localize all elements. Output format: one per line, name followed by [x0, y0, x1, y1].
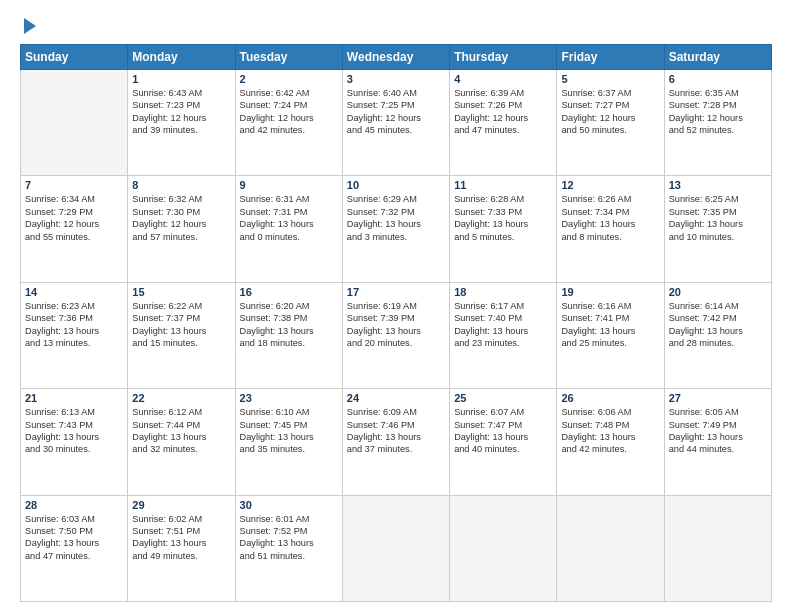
- calendar-cell: 10Sunrise: 6:29 AMSunset: 7:32 PMDayligh…: [342, 176, 449, 282]
- cell-text-line: Daylight: 13 hours: [454, 325, 552, 337]
- cell-text-line: Daylight: 13 hours: [669, 218, 767, 230]
- calendar-cell: 3Sunrise: 6:40 AMSunset: 7:25 PMDaylight…: [342, 70, 449, 176]
- cell-text-line: Sunset: 7:46 PM: [347, 419, 445, 431]
- cell-text-line: Sunrise: 6:06 AM: [561, 406, 659, 418]
- day-number: 13: [669, 179, 767, 191]
- cell-text-line: Daylight: 12 hours: [347, 112, 445, 124]
- calendar-cell: 5Sunrise: 6:37 AMSunset: 7:27 PMDaylight…: [557, 70, 664, 176]
- cell-text-line: and 18 minutes.: [240, 337, 338, 349]
- calendar-cell: [450, 495, 557, 601]
- cell-text-line: and 13 minutes.: [25, 337, 123, 349]
- weekday-header: Thursday: [450, 45, 557, 70]
- day-number: 18: [454, 286, 552, 298]
- weekday-header: Monday: [128, 45, 235, 70]
- cell-text-line: Sunset: 7:40 PM: [454, 312, 552, 324]
- cell-text-line: Sunset: 7:44 PM: [132, 419, 230, 431]
- day-number: 4: [454, 73, 552, 85]
- cell-text-line: Daylight: 13 hours: [132, 431, 230, 443]
- day-number: 14: [25, 286, 123, 298]
- calendar-cell: 28Sunrise: 6:03 AMSunset: 7:50 PMDayligh…: [21, 495, 128, 601]
- cell-text-line: Sunrise: 6:35 AM: [669, 87, 767, 99]
- cell-text-line: and 52 minutes.: [669, 124, 767, 136]
- cell-text-line: and 5 minutes.: [454, 231, 552, 243]
- calendar-cell: 20Sunrise: 6:14 AMSunset: 7:42 PMDayligh…: [664, 282, 771, 388]
- cell-text-line: Daylight: 13 hours: [669, 431, 767, 443]
- cell-text-line: Sunrise: 6:26 AM: [561, 193, 659, 205]
- cell-text-line: and 23 minutes.: [454, 337, 552, 349]
- day-number: 21: [25, 392, 123, 404]
- cell-text-line: Sunrise: 6:16 AM: [561, 300, 659, 312]
- cell-text-line: Sunrise: 6:10 AM: [240, 406, 338, 418]
- cell-text-line: and 47 minutes.: [454, 124, 552, 136]
- cell-text-line: Sunset: 7:28 PM: [669, 99, 767, 111]
- cell-text-line: and 28 minutes.: [669, 337, 767, 349]
- day-number: 5: [561, 73, 659, 85]
- cell-text-line: Daylight: 13 hours: [454, 431, 552, 443]
- day-number: 28: [25, 499, 123, 511]
- cell-text-line: and 57 minutes.: [132, 231, 230, 243]
- calendar-cell: 12Sunrise: 6:26 AMSunset: 7:34 PMDayligh…: [557, 176, 664, 282]
- cell-text-line: Sunrise: 6:12 AM: [132, 406, 230, 418]
- day-number: 20: [669, 286, 767, 298]
- cell-text-line: and 32 minutes.: [132, 443, 230, 455]
- day-number: 12: [561, 179, 659, 191]
- cell-text-line: Daylight: 13 hours: [240, 325, 338, 337]
- header: [20, 18, 772, 34]
- cell-text-line: Daylight: 12 hours: [132, 218, 230, 230]
- cell-text-line: and 42 minutes.: [240, 124, 338, 136]
- cell-text-line: Sunrise: 6:22 AM: [132, 300, 230, 312]
- day-number: 10: [347, 179, 445, 191]
- cell-text-line: and 8 minutes.: [561, 231, 659, 243]
- cell-text-line: and 55 minutes.: [25, 231, 123, 243]
- cell-text-line: Sunrise: 6:42 AM: [240, 87, 338, 99]
- cell-text-line: and 25 minutes.: [561, 337, 659, 349]
- weekday-header: Wednesday: [342, 45, 449, 70]
- cell-text-line: Sunset: 7:35 PM: [669, 206, 767, 218]
- cell-text-line: Daylight: 13 hours: [25, 431, 123, 443]
- calendar-week-row: 14Sunrise: 6:23 AMSunset: 7:36 PMDayligh…: [21, 282, 772, 388]
- cell-text-line: Sunset: 7:32 PM: [347, 206, 445, 218]
- cell-text-line: Sunrise: 6:03 AM: [25, 513, 123, 525]
- day-number: 16: [240, 286, 338, 298]
- cell-text-line: Sunrise: 6:20 AM: [240, 300, 338, 312]
- calendar-cell: 17Sunrise: 6:19 AMSunset: 7:39 PMDayligh…: [342, 282, 449, 388]
- cell-text-line: Sunset: 7:34 PM: [561, 206, 659, 218]
- cell-text-line: Daylight: 13 hours: [25, 325, 123, 337]
- day-number: 24: [347, 392, 445, 404]
- calendar-cell: 13Sunrise: 6:25 AMSunset: 7:35 PMDayligh…: [664, 176, 771, 282]
- cell-text-line: and 44 minutes.: [669, 443, 767, 455]
- day-number: 27: [669, 392, 767, 404]
- day-number: 15: [132, 286, 230, 298]
- calendar-cell: 22Sunrise: 6:12 AMSunset: 7:44 PMDayligh…: [128, 389, 235, 495]
- cell-text-line: Sunset: 7:23 PM: [132, 99, 230, 111]
- day-number: 22: [132, 392, 230, 404]
- cell-text-line: Daylight: 13 hours: [25, 537, 123, 549]
- calendar-cell: 23Sunrise: 6:10 AMSunset: 7:45 PMDayligh…: [235, 389, 342, 495]
- cell-text-line: Daylight: 12 hours: [240, 112, 338, 124]
- cell-text-line: Sunrise: 6:01 AM: [240, 513, 338, 525]
- cell-text-line: and 15 minutes.: [132, 337, 230, 349]
- cell-text-line: Daylight: 12 hours: [25, 218, 123, 230]
- day-number: 25: [454, 392, 552, 404]
- cell-text-line: Sunrise: 6:17 AM: [454, 300, 552, 312]
- cell-text-line: and 37 minutes.: [347, 443, 445, 455]
- calendar-cell: 6Sunrise: 6:35 AMSunset: 7:28 PMDaylight…: [664, 70, 771, 176]
- day-number: 11: [454, 179, 552, 191]
- day-number: 8: [132, 179, 230, 191]
- logo: [20, 18, 36, 34]
- weekday-header: Sunday: [21, 45, 128, 70]
- calendar-cell: 24Sunrise: 6:09 AMSunset: 7:46 PMDayligh…: [342, 389, 449, 495]
- cell-text-line: Daylight: 13 hours: [132, 325, 230, 337]
- calendar-cell: [342, 495, 449, 601]
- cell-text-line: and 51 minutes.: [240, 550, 338, 562]
- cell-text-line: Sunrise: 6:40 AM: [347, 87, 445, 99]
- cell-text-line: Sunrise: 6:34 AM: [25, 193, 123, 205]
- calendar-week-row: 28Sunrise: 6:03 AMSunset: 7:50 PMDayligh…: [21, 495, 772, 601]
- cell-text-line: Sunrise: 6:37 AM: [561, 87, 659, 99]
- cell-text-line: Sunset: 7:50 PM: [25, 525, 123, 537]
- cell-text-line: Sunset: 7:30 PM: [132, 206, 230, 218]
- calendar-table: SundayMondayTuesdayWednesdayThursdayFrid…: [20, 44, 772, 602]
- cell-text-line: Sunset: 7:41 PM: [561, 312, 659, 324]
- logo-arrow-icon: [24, 18, 36, 34]
- day-number: 1: [132, 73, 230, 85]
